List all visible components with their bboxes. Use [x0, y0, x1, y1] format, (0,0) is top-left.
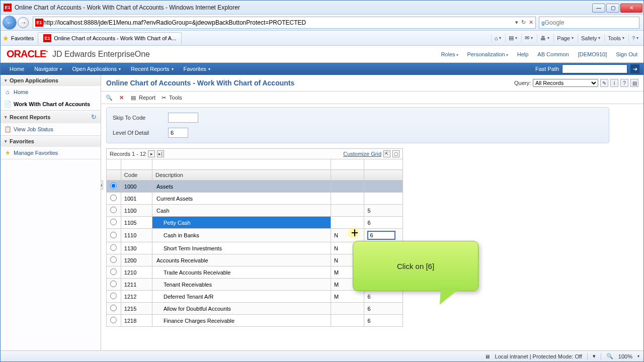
menu-open-apps[interactable]: Open Applications▾ — [67, 64, 126, 74]
next-page-button[interactable]: ▸ — [148, 150, 155, 157]
cell-code[interactable]: 1000 — [121, 180, 152, 193]
tools-menu[interactable]: Tools▾ — [604, 34, 627, 42]
cell-code[interactable]: 1110 — [121, 229, 152, 242]
query-save-icon[interactable]: ✎ — [600, 79, 608, 87]
cell-code[interactable]: 1210 — [121, 266, 152, 279]
table-row[interactable]: 1000Assets — [107, 180, 403, 193]
page-menu[interactable]: Page▾ — [553, 34, 577, 42]
cell-lod[interactable]: 6 — [364, 291, 403, 303]
row-radio[interactable] — [110, 305, 117, 311]
cell-description[interactable]: Short Term Investments — [152, 242, 331, 254]
query-settings-icon[interactable]: ▤ — [630, 79, 638, 87]
fastpath-go-button[interactable]: ➔ — [630, 64, 639, 73]
filter-desc[interactable] — [153, 160, 330, 168]
maximize-button[interactable]: ▢ — [606, 4, 619, 13]
roles-menu[interactable]: Roles▾ — [441, 51, 458, 57]
skip-to-code-input[interactable] — [168, 113, 198, 123]
query-info-icon[interactable]: i — [610, 79, 618, 87]
cell-code[interactable]: 1212 — [121, 291, 152, 303]
minimize-button[interactable]: — — [592, 4, 605, 13]
zoom-dropdown[interactable]: ▾ — [637, 354, 639, 358]
row-radio[interactable] — [110, 195, 117, 201]
protected-mode-dropdown[interactable]: ▾ — [593, 353, 596, 359]
help-link[interactable]: Help — [517, 51, 529, 57]
cell-pe[interactable] — [331, 303, 364, 315]
favorites-label[interactable]: Favorites — [11, 35, 34, 41]
print-button[interactable]: 🖶▾ — [537, 34, 552, 42]
personalization-menu[interactable]: Personalization▾ — [467, 51, 508, 57]
find-button[interactable]: 🔍 — [105, 94, 113, 102]
cell-lod[interactable] — [364, 193, 403, 205]
cell-description[interactable]: Tenant Receivables — [152, 279, 331, 291]
cell-pe[interactable] — [331, 193, 364, 205]
cell-description[interactable]: Accounts Receivable — [152, 254, 331, 266]
home-dropdown-button[interactable]: ⌂▾ — [491, 34, 505, 42]
menu-favorites[interactable]: Favorites▾ — [179, 64, 215, 74]
cell-code[interactable]: 1001 — [121, 193, 152, 205]
refresh-icon[interactable]: ↻ — [521, 19, 526, 26]
cell-lod[interactable]: 5 — [364, 205, 403, 217]
row-radio[interactable] — [110, 256, 117, 263]
url-input[interactable] — [43, 18, 515, 28]
filter-lod[interactable] — [365, 160, 401, 168]
mail-button[interactable]: ✉▾ — [521, 34, 536, 42]
table-row[interactable]: 1110Cash in BanksN — [107, 229, 403, 242]
fastpath-input[interactable] — [562, 64, 627, 73]
cell-pe[interactable] — [331, 217, 364, 229]
col-code[interactable]: Code — [121, 170, 152, 180]
menu-recent-reports[interactable]: Recent Reports▾ — [126, 64, 178, 74]
row-radio[interactable] — [110, 268, 117, 275]
refresh-icon[interactable]: ↻ — [91, 113, 97, 121]
cell-lod[interactable]: 6 — [364, 315, 403, 327]
favorites-star-icon[interactable]: ★ — [3, 34, 9, 42]
safety-menu[interactable]: Safety▾ — [578, 34, 603, 42]
report-button[interactable]: ▤Report — [129, 94, 155, 102]
splitter-handle[interactable]: ◂ — [101, 180, 103, 190]
table-row[interactable]: 1212Deferred Tenant A/RM6 — [107, 291, 403, 303]
address-bar[interactable]: E1 ▾ ↻ ✕ — [33, 17, 536, 29]
cell-lod[interactable]: 6 — [364, 303, 403, 315]
cell-description[interactable]: Deferred Tenant A/R — [152, 291, 331, 303]
table-row[interactable]: 1001Current Assets — [107, 193, 403, 205]
row-radio[interactable] — [110, 183, 117, 189]
cell-code[interactable]: 1130 — [121, 242, 152, 254]
cell-description[interactable]: Assets — [152, 180, 331, 193]
row-radio[interactable] — [110, 317, 117, 323]
sidebar-recent-header[interactable]: ▾Recent Reports↻ — [1, 111, 101, 123]
cell-pe[interactable]: M — [331, 291, 364, 303]
query-help-icon[interactable]: ? — [620, 79, 628, 87]
cell-pe[interactable] — [331, 180, 364, 193]
level-of-detail-input[interactable] — [168, 128, 188, 138]
search-box[interactable]: g — [539, 17, 639, 29]
table-row[interactable]: 1215Allow for Doubtful Accounts6 — [107, 303, 403, 315]
sidebar-item-viewjob[interactable]: 📋View Job Status — [1, 123, 101, 135]
cell-description[interactable]: Trade Accounts Receivable — [152, 266, 331, 279]
browser-tab[interactable]: E1 Online Chart of Accounts - Work With … — [38, 32, 182, 44]
row-radio[interactable] — [110, 293, 117, 299]
lod-cell-input[interactable] — [367, 231, 395, 240]
stop-icon[interactable]: ✕ — [529, 19, 533, 26]
col-lod[interactable] — [364, 170, 403, 180]
cell-description[interactable]: Cash in Banks — [152, 229, 331, 242]
close-form-button[interactable]: ✕ — [117, 94, 125, 102]
cell-description[interactable]: Current Assets — [152, 193, 331, 205]
cell-code[interactable]: 1211 — [121, 279, 152, 291]
close-button[interactable]: ✕ — [620, 4, 642, 13]
customize-grid-link[interactable]: Customize Grid — [343, 151, 381, 157]
zoom-level[interactable]: 100% — [618, 353, 632, 359]
sidebar-favorites-header[interactable]: ▾Favorites — [1, 136, 101, 147]
filter-pe[interactable] — [332, 160, 363, 168]
export-icon[interactable]: ⇱ — [383, 150, 390, 157]
sidebar-item-managefav[interactable]: ★Manage Favorites — [1, 147, 101, 159]
sidebar-item-home[interactable]: ⌂Home — [1, 86, 101, 98]
signout-link[interactable]: Sign Out — [616, 51, 637, 57]
cell-code[interactable]: 1100 — [121, 205, 152, 217]
cell-description[interactable]: Cash — [152, 205, 331, 217]
row-radio[interactable] — [110, 281, 117, 287]
filter-code[interactable] — [122, 160, 151, 168]
cell-code[interactable]: 1218 — [121, 315, 152, 327]
cell-description[interactable]: Petty Cash — [152, 217, 331, 229]
cell-description[interactable]: Finance Charges Receivable — [152, 315, 331, 327]
last-page-button[interactable]: ▸| — [157, 150, 164, 157]
query-select[interactable]: All Records — [533, 79, 598, 87]
